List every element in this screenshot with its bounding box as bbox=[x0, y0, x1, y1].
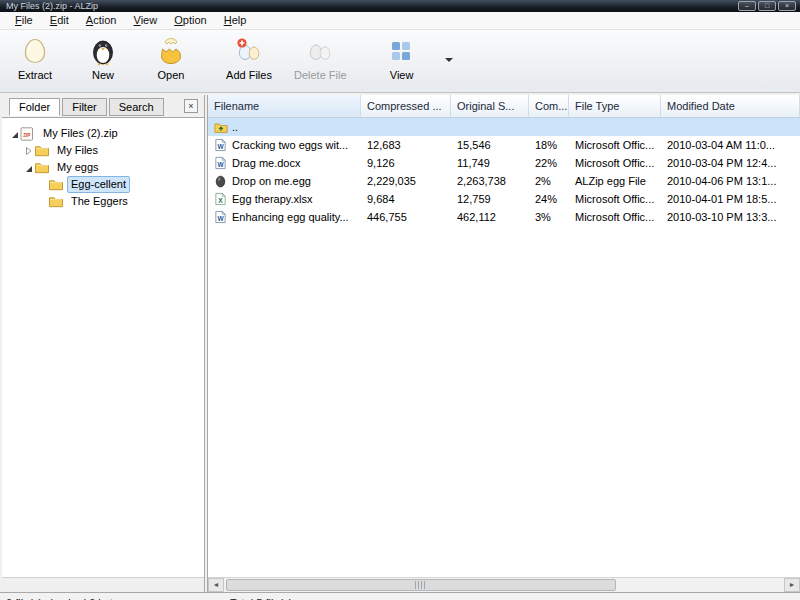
menu-edit[interactable]: Edit bbox=[43, 12, 76, 29]
ratio-cell: 3% bbox=[529, 211, 569, 223]
column-header-filetype[interactable]: File Type bbox=[569, 95, 661, 117]
delete-file-eggs-icon bbox=[305, 36, 335, 66]
column-header-ratio[interactable]: Com... bbox=[529, 95, 569, 117]
close-button[interactable]: × bbox=[778, 1, 796, 11]
compressed-cell: 446,755 bbox=[361, 211, 451, 223]
open-egg-icon bbox=[156, 36, 186, 66]
view-label: View bbox=[390, 69, 414, 81]
view-dropdown-button[interactable] bbox=[441, 34, 457, 84]
word-document-icon: W bbox=[214, 156, 228, 170]
zip-archive-icon: ZIP bbox=[20, 127, 36, 141]
file-row[interactable]: W Drag me.docx 9,126 11,749 22% Microsof… bbox=[208, 154, 800, 172]
scrollbar-thumb[interactable] bbox=[226, 579, 616, 591]
file-row[interactable]: Drop on me.egg 2,229,035 2,263,738 2% AL… bbox=[208, 172, 800, 190]
penguin-icon bbox=[88, 36, 118, 66]
tree-label: My Files (2).zip bbox=[39, 125, 122, 142]
column-header-compressed[interactable]: Compressed ... bbox=[361, 95, 451, 117]
menu-view[interactable]: View bbox=[127, 12, 165, 29]
filename-cell: X Egg therapy.xlsx bbox=[208, 192, 361, 206]
titlebar: My Files (2).zip - ALZip – □ × bbox=[0, 0, 800, 12]
add-files-button[interactable]: Add Files bbox=[220, 34, 278, 81]
tree-item-egg-cellent[interactable]: Egg-cellent bbox=[2, 176, 204, 193]
delete-file-label: Delete File bbox=[294, 69, 347, 81]
column-header-filename[interactable]: Filename bbox=[208, 95, 361, 117]
filename-text: Enhancing egg quality... bbox=[232, 211, 349, 223]
panel-tabs: Folder Filter Search × bbox=[2, 95, 204, 117]
tab-folder[interactable]: Folder bbox=[9, 98, 60, 116]
filename-cell: W Enhancing egg quality... bbox=[208, 210, 361, 224]
word-document-icon: W bbox=[214, 138, 228, 152]
folder-tree: ZIP My Files (2).zip My Files bbox=[2, 117, 204, 577]
svg-text:W: W bbox=[217, 143, 224, 150]
tab-filter[interactable]: Filter bbox=[62, 98, 106, 116]
tab-search[interactable]: Search bbox=[109, 98, 164, 116]
modified-cell: 2010-04-01 PM 18:5... bbox=[661, 193, 800, 205]
column-headers: Filename Compressed ... Original S... Co… bbox=[208, 95, 800, 118]
filename-cell: Drop on me.egg bbox=[208, 174, 361, 188]
sidebar-bottom-strip bbox=[2, 577, 204, 592]
extract-button[interactable]: Extract bbox=[6, 34, 64, 81]
file-rows: .. W Cracking two eggs wit... 12,683 15,… bbox=[208, 118, 800, 577]
word-document-icon: W bbox=[214, 210, 228, 224]
svg-text:W: W bbox=[217, 215, 224, 222]
status-checked-files: 0 file(s) checked 0 byte bbox=[6, 596, 119, 600]
folder-icon bbox=[48, 178, 64, 192]
compressed-cell: 9,126 bbox=[361, 157, 451, 169]
status-total-files: Total 5 file(s) bbox=[230, 596, 292, 600]
tree-item-my-eggs[interactable]: My eggs bbox=[2, 159, 204, 176]
ratio-cell: 22% bbox=[529, 157, 569, 169]
expander-expanded-icon[interactable] bbox=[8, 129, 20, 139]
view-button[interactable]: View bbox=[373, 34, 431, 81]
filetype-cell: Microsoft Offic... bbox=[569, 139, 661, 151]
filetype-cell: ALZip egg File bbox=[569, 175, 661, 187]
tree-item-the-eggers[interactable]: The Eggers bbox=[2, 193, 204, 210]
filetype-cell: Microsoft Offic... bbox=[569, 157, 661, 169]
panel-close-button[interactable]: × bbox=[184, 99, 198, 113]
menu-action[interactable]: Action bbox=[79, 12, 124, 29]
file-row[interactable]: X Egg therapy.xlsx 9,684 12,759 24% Micr… bbox=[208, 190, 800, 208]
file-row-parent-dir[interactable]: .. bbox=[208, 118, 800, 136]
excel-document-icon: X bbox=[214, 192, 228, 206]
window-controls: – □ × bbox=[738, 1, 796, 11]
ratio-cell: 24% bbox=[529, 193, 569, 205]
file-row[interactable]: W Cracking two eggs wit... 12,683 15,546… bbox=[208, 136, 800, 154]
maximize-button[interactable]: □ bbox=[758, 1, 776, 11]
expander-expanded-icon[interactable] bbox=[22, 163, 34, 173]
modified-cell: 2010-04-06 PM 13:1... bbox=[661, 175, 800, 187]
toolbar: Extract New Open Add Files Delete File bbox=[0, 30, 800, 93]
menu-option[interactable]: Option bbox=[167, 12, 213, 29]
modified-cell: 2010-03-04 AM 11:0... bbox=[661, 139, 800, 151]
minimize-button[interactable]: – bbox=[738, 1, 756, 11]
tree-item-archive-root[interactable]: ZIP My Files (2).zip bbox=[2, 125, 204, 142]
egg-archive-icon bbox=[214, 174, 228, 188]
scroll-right-button[interactable]: ► bbox=[784, 578, 800, 592]
delete-file-button: Delete File bbox=[288, 34, 353, 81]
column-header-modified[interactable]: Modified Date bbox=[661, 95, 800, 117]
original-cell: 462,112 bbox=[451, 211, 529, 223]
original-cell: 12,759 bbox=[451, 193, 529, 205]
expander-collapsed-icon[interactable] bbox=[22, 146, 34, 156]
extract-label: Extract bbox=[18, 69, 52, 81]
folder-up-icon bbox=[214, 120, 228, 134]
file-list: Filename Compressed ... Original S... Co… bbox=[207, 95, 800, 592]
scrollbar-track[interactable] bbox=[224, 578, 784, 592]
filetype-cell: Microsoft Offic... bbox=[569, 211, 661, 223]
menu-help[interactable]: Help bbox=[217, 12, 254, 29]
ratio-cell: 18% bbox=[529, 139, 569, 151]
file-row[interactable]: W Enhancing egg quality... 446,755 462,1… bbox=[208, 208, 800, 226]
alzip-window: My Files (2).zip - ALZip – □ × File Edit… bbox=[0, 0, 800, 600]
extract-egg-icon bbox=[20, 36, 50, 66]
new-button[interactable]: New bbox=[74, 34, 132, 81]
filetype-cell: Microsoft Offic... bbox=[569, 193, 661, 205]
new-label: New bbox=[92, 69, 114, 81]
folder-icon bbox=[48, 195, 64, 209]
open-button[interactable]: Open bbox=[142, 34, 200, 81]
column-header-original[interactable]: Original S... bbox=[451, 95, 529, 117]
tree-label: The Eggers bbox=[67, 193, 132, 210]
scroll-left-button[interactable]: ◄ bbox=[208, 578, 224, 592]
original-cell: 15,546 bbox=[451, 139, 529, 151]
menubar: File Edit Action View Option Help bbox=[0, 12, 800, 30]
filename-text: Drag me.docx bbox=[232, 157, 300, 169]
tree-item-my-files[interactable]: My Files bbox=[2, 142, 204, 159]
menu-file[interactable]: File bbox=[8, 12, 40, 29]
